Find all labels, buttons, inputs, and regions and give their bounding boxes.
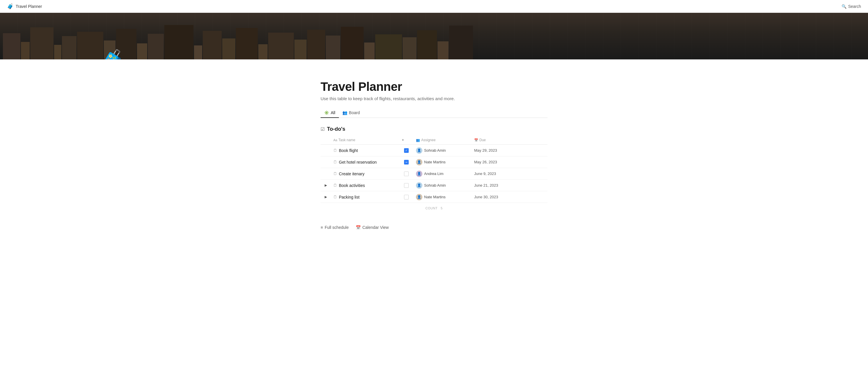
page-icon: 🧳 [99, 50, 125, 59]
row-name-text-2: Get hotel reservation [339, 160, 377, 165]
col-name-icon: Aa [333, 138, 337, 142]
calendar-view-label: Calendar View [363, 225, 389, 230]
row-extra-3 [524, 172, 548, 176]
row-name-4[interactable]: 🗒 Book activities [331, 181, 399, 190]
search-button[interactable]: 🔍 Search [841, 4, 861, 9]
col-due-icon: 📅 [474, 138, 478, 142]
row-checkbox-1[interactable]: ✓ [399, 148, 414, 153]
tab-all[interactable]: ✳️ All [320, 108, 339, 118]
table-row: 🗒 Book flight ✓ 👤 Sohrab Amin May 29, 20… [320, 145, 548, 156]
row-name-icon-5: 🗒 [333, 195, 337, 199]
page-content: Travel Planner Use this table to keep tr… [303, 80, 565, 247]
app-title: Travel Planner [16, 4, 42, 9]
avatar-3: 👤 [416, 171, 422, 177]
col-assignee-label: Assignee [421, 138, 435, 142]
full-schedule-view[interactable]: ≡ Full schedule [320, 225, 349, 230]
calendar-view-icon: 📅 [356, 225, 361, 230]
table-row: ▶ 🗒 Book activities 👤 Sohrab Amin June 2… [320, 180, 548, 191]
row-toggle-3 [320, 172, 331, 176]
row-extra-4 [524, 183, 548, 188]
count-label: COUNT [425, 206, 437, 210]
row-extra-2 [524, 160, 548, 165]
avatar-2: 👤 [416, 159, 422, 166]
table-row: ▶ 🗒 Packing list 👤 Nate Martins June 30,… [320, 191, 548, 203]
row-due-1: May 29, 2023 [472, 146, 524, 155]
row-toggle-2 [320, 160, 331, 165]
row-checkbox-5[interactable] [399, 195, 414, 200]
checkbox-1[interactable]: ✓ [404, 148, 409, 153]
row-toggle-1 [320, 148, 331, 153]
hero-banner: 🧳 [0, 13, 868, 59]
app-icon: 🧳 [7, 3, 13, 9]
row-name-text-4: Book activities [339, 183, 365, 188]
row-name-icon-1: 🗒 [333, 148, 337, 153]
col-assignee: 👥 Assignee [414, 137, 472, 143]
row-name-text-3: Create itenary [339, 172, 365, 176]
page-header: Travel Planner Use this table to keep tr… [320, 80, 548, 101]
assignee-name-2: Nate Martins [424, 160, 446, 164]
checkbox-4[interactable] [404, 183, 409, 188]
row-name-text-5: Packing list [339, 195, 360, 200]
col-name: Aa Task name [331, 137, 399, 143]
row-assignee-4: 👤 Sohrab Amin [414, 180, 472, 191]
checkbox-2[interactable]: − [404, 160, 409, 165]
section-header: ☑ To-do's [320, 126, 548, 132]
table-row: 🗒 Get hotel reservation − 👤 Nate Martins… [320, 156, 548, 168]
row-assignee-2: 👤 Nate Martins [414, 157, 472, 168]
row-name-icon-4: 🗒 [333, 183, 337, 187]
section-title: To-do's [327, 126, 345, 132]
row-extra-1 [524, 148, 548, 153]
row-name-3[interactable]: 🗒 Create itenary [331, 169, 399, 178]
avatar-1: 👤 [416, 147, 422, 154]
row-toggle-5[interactable]: ▶ [320, 193, 331, 201]
search-label: Search [848, 4, 861, 9]
page-title: Travel Planner [320, 80, 548, 94]
assignee-name-1: Sohrab Amin [424, 148, 446, 153]
page-subtitle: Use this table to keep track of flights,… [320, 96, 548, 101]
tab-board-label: Board [349, 110, 360, 115]
row-name-icon-3: 🗒 [333, 172, 337, 176]
col-extra [524, 139, 548, 141]
full-schedule-label: Full schedule [324, 225, 349, 230]
row-assignee-5: 👤 Nate Martins [414, 192, 472, 203]
row-toggle-4[interactable]: ▶ [320, 181, 331, 189]
row-checkbox-3[interactable] [399, 172, 414, 176]
table-header: Aa Task name ✦ 👥 Assignee 📅 Due [320, 136, 548, 145]
search-icon: 🔍 [841, 4, 846, 9]
tab-bar: ✳️ All 👥 Board [320, 108, 548, 118]
col-status: ✦ [399, 137, 414, 143]
row-name-2[interactable]: 🗒 Get hotel reservation [331, 157, 399, 167]
checkbox-3[interactable] [404, 172, 409, 176]
table-row: 🗒 Create itenary 👤 Andrea Lim June 9, 20… [320, 168, 548, 180]
all-tab-icon: ✳️ [324, 110, 329, 115]
row-extra-5 [524, 195, 548, 200]
topbar: 🧳 Travel Planner 🔍 Search [0, 0, 868, 13]
row-assignee-1: 👤 Sohrab Amin [414, 145, 472, 156]
col-status-icon: ✦ [401, 138, 404, 142]
row-assignee-3: 👤 Andrea Lim [414, 168, 472, 179]
row-checkbox-4[interactable] [399, 183, 414, 188]
calendar-view[interactable]: 📅 Calendar View [356, 225, 389, 230]
col-due: 📅 Due [472, 137, 524, 143]
row-checkbox-2[interactable]: − [399, 160, 414, 165]
assignee-name-5: Nate Martins [424, 195, 446, 199]
avatar-4: 👤 [416, 182, 422, 189]
section-checkbox-icon: ☑ [320, 126, 324, 132]
row-name-5[interactable]: 🗒 Packing list [331, 193, 399, 202]
row-due-3: June 9, 2023 [472, 169, 524, 178]
col-assignee-icon: 👥 [416, 138, 420, 142]
checkbox-5[interactable] [404, 195, 409, 200]
row-name-1[interactable]: 🗒 Book flight [331, 146, 399, 155]
col-name-label: Task name [338, 138, 355, 142]
row-due-5: June 30, 2023 [472, 193, 524, 202]
tab-board[interactable]: 👥 Board [339, 108, 363, 118]
assignee-name-4: Sohrab Amin [424, 183, 446, 187]
task-table: Aa Task name ✦ 👥 Assignee 📅 Due 🗒 Book f… [320, 136, 548, 213]
count-value: 5 [441, 206, 443, 210]
assignee-name-3: Andrea Lim [424, 172, 443, 176]
avatar-5: 👤 [416, 194, 422, 200]
bottom-views: ≡ Full schedule 📅 Calendar View [320, 223, 548, 230]
tab-all-label: All [331, 110, 335, 115]
row-due-4: June 21, 2023 [472, 181, 524, 190]
row-name-text-1: Book flight [339, 148, 358, 153]
